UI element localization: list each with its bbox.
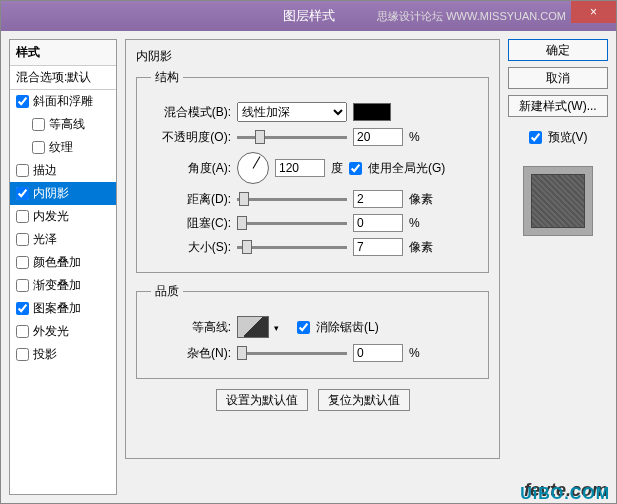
style-checkbox-10[interactable]: [16, 325, 29, 338]
style-label-0: 斜面和浮雕: [33, 93, 93, 110]
dialog-body: 样式 混合选项:默认 斜面和浮雕等高线纹理描边内阴影内发光光泽颜色叠加渐变叠加图…: [1, 31, 616, 503]
style-checkbox-9[interactable]: [16, 302, 29, 315]
opacity-unit: %: [409, 130, 420, 144]
style-item-8[interactable]: 渐变叠加: [10, 274, 116, 297]
cancel-button[interactable]: 取消: [508, 67, 608, 89]
style-checkbox-8[interactable]: [16, 279, 29, 292]
contour-label: 等高线:: [151, 319, 231, 336]
reset-default-button[interactable]: 复位为默认值: [318, 389, 410, 411]
style-label-5: 内发光: [33, 208, 69, 225]
watermark-top: 思缘设计论坛 WWW.MISSYUAN.COM: [377, 9, 566, 24]
style-label-11: 投影: [33, 346, 57, 363]
style-item-7[interactable]: 颜色叠加: [10, 251, 116, 274]
opacity-input[interactable]: [353, 128, 403, 146]
quality-legend: 品质: [151, 283, 183, 300]
style-checkbox-11[interactable]: [16, 348, 29, 361]
titlebar: 图层样式 思缘设计论坛 WWW.MISSYUAN.COM ×: [1, 1, 616, 31]
style-checkbox-7[interactable]: [16, 256, 29, 269]
antialias-label: 消除锯齿(L): [316, 319, 379, 336]
quality-group: 品质 等高线: ▾ 消除锯齿(L) 杂色(N): %: [136, 283, 489, 379]
blend-options-item[interactable]: 混合选项:默认: [10, 66, 116, 90]
style-checkbox-6[interactable]: [16, 233, 29, 246]
antialias-checkbox[interactable]: [297, 321, 310, 334]
size-slider[interactable]: [237, 246, 347, 249]
chevron-down-icon[interactable]: ▾: [270, 321, 282, 335]
style-checkbox-1[interactable]: [32, 118, 45, 131]
choke-unit: %: [409, 216, 420, 230]
style-item-1[interactable]: 等高线: [10, 113, 116, 136]
ok-button[interactable]: 确定: [508, 39, 608, 61]
style-checkbox-5[interactable]: [16, 210, 29, 223]
size-input[interactable]: [353, 238, 403, 256]
style-label-2: 纹理: [49, 139, 73, 156]
preview-label: 预览(V): [548, 129, 588, 146]
style-checkbox-3[interactable]: [16, 164, 29, 177]
style-item-4[interactable]: 内阴影: [10, 182, 116, 205]
opacity-label: 不透明度(O):: [151, 129, 231, 146]
footer-watermark-2: UiBO.COM: [520, 485, 610, 503]
set-default-button[interactable]: 设置为默认值: [216, 389, 308, 411]
style-label-10: 外发光: [33, 323, 69, 340]
opacity-slider[interactable]: [237, 136, 347, 139]
color-swatch[interactable]: [353, 103, 391, 121]
style-item-6[interactable]: 光泽: [10, 228, 116, 251]
structure-group: 结构 混合模式(B): 线性加深 不透明度(O): % 角度(A):: [136, 69, 489, 273]
main-panel: 内阴影 结构 混合模式(B): 线性加深 不透明度(O): %: [125, 39, 500, 495]
style-label-1: 等高线: [49, 116, 85, 133]
panel-title: 内阴影: [136, 48, 489, 65]
distance-slider[interactable]: [237, 198, 347, 201]
preview-thumbnail: [523, 166, 593, 236]
style-item-2[interactable]: 纹理: [10, 136, 116, 159]
style-item-10[interactable]: 外发光: [10, 320, 116, 343]
close-button[interactable]: ×: [571, 1, 616, 23]
style-item-11[interactable]: 投影: [10, 343, 116, 366]
style-item-3[interactable]: 描边: [10, 159, 116, 182]
structure-legend: 结构: [151, 69, 183, 86]
contour-picker[interactable]: ▾: [237, 316, 269, 338]
button-panel: 确定 取消 新建样式(W)... 预览(V): [508, 39, 608, 495]
distance-unit: 像素: [409, 191, 433, 208]
style-label-6: 光泽: [33, 231, 57, 248]
new-style-button[interactable]: 新建样式(W)...: [508, 95, 608, 117]
style-checkbox-0[interactable]: [16, 95, 29, 108]
blend-mode-select[interactable]: 线性加深: [237, 102, 347, 122]
noise-input[interactable]: [353, 344, 403, 362]
angle-unit: 度: [331, 160, 343, 177]
size-unit: 像素: [409, 239, 433, 256]
style-item-5[interactable]: 内发光: [10, 205, 116, 228]
layer-style-dialog: 图层样式 思缘设计论坛 WWW.MISSYUAN.COM × 样式 混合选项:默…: [0, 0, 617, 504]
angle-dial[interactable]: [237, 152, 269, 184]
style-list-header: 样式: [10, 40, 116, 66]
style-checkbox-2[interactable]: [32, 141, 45, 154]
style-label-8: 渐变叠加: [33, 277, 81, 294]
distance-label: 距离(D):: [151, 191, 231, 208]
choke-input[interactable]: [353, 214, 403, 232]
style-label-3: 描边: [33, 162, 57, 179]
global-light-checkbox[interactable]: [349, 162, 362, 175]
choke-slider[interactable]: [237, 222, 347, 225]
choke-label: 阻塞(C):: [151, 215, 231, 232]
style-label-7: 颜色叠加: [33, 254, 81, 271]
angle-input[interactable]: [275, 159, 325, 177]
noise-unit: %: [409, 346, 420, 360]
style-item-0[interactable]: 斜面和浮雕: [10, 90, 116, 113]
noise-slider[interactable]: [237, 352, 347, 355]
global-light-label: 使用全局光(G): [368, 160, 445, 177]
size-label: 大小(S):: [151, 239, 231, 256]
preview-checkbox[interactable]: [529, 131, 542, 144]
style-item-9[interactable]: 图案叠加: [10, 297, 116, 320]
style-label-9: 图案叠加: [33, 300, 81, 317]
distance-input[interactable]: [353, 190, 403, 208]
window-title: 图层样式: [283, 7, 335, 25]
style-checkbox-4[interactable]: [16, 187, 29, 200]
close-icon: ×: [590, 5, 597, 19]
angle-label: 角度(A):: [151, 160, 231, 177]
style-label-4: 内阴影: [33, 185, 69, 202]
blend-mode-label: 混合模式(B):: [151, 104, 231, 121]
noise-label: 杂色(N):: [151, 345, 231, 362]
style-list-panel: 样式 混合选项:默认 斜面和浮雕等高线纹理描边内阴影内发光光泽颜色叠加渐变叠加图…: [9, 39, 117, 495]
